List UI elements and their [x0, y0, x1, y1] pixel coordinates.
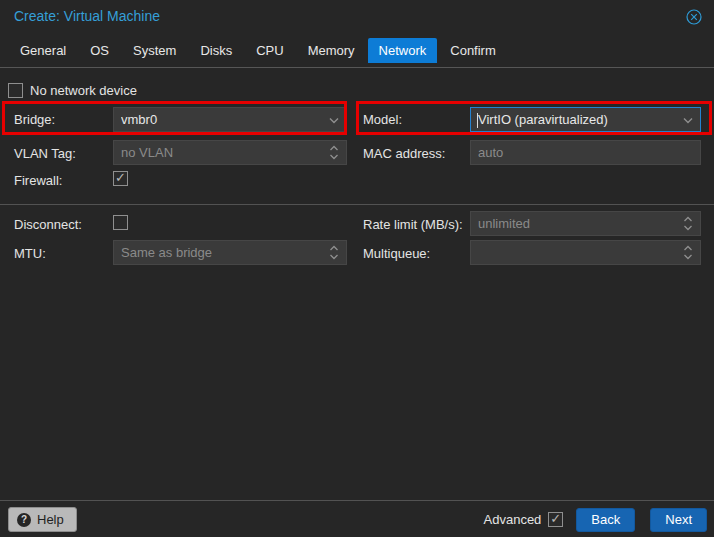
help-button-label: Help: [37, 512, 64, 527]
tabbar-divider: [0, 67, 714, 68]
mtu-spinner[interactable]: [113, 240, 347, 265]
rate-limit-label: Rate limit (MB/s):: [363, 217, 463, 232]
multiqueue-spinner[interactable]: [470, 240, 701, 265]
mtu-label: MTU:: [14, 246, 46, 261]
firewall-checkbox[interactable]: [113, 171, 128, 186]
mtu-spinner-icons[interactable]: [326, 241, 342, 264]
firewall-label: Firewall:: [14, 173, 62, 188]
bridge-combobox[interactable]: [113, 107, 347, 132]
rate-limit-spinner[interactable]: [470, 211, 701, 236]
dialog-footer: ? Help Advanced Back Next: [0, 501, 714, 537]
mtu-input[interactable]: [114, 241, 346, 264]
tab-confirm[interactable]: Confirm: [439, 38, 507, 63]
next-button[interactable]: Next: [650, 508, 707, 532]
dialog-titlebar: Create: Virtual Machine: [0, 0, 714, 34]
model-input[interactable]: [471, 108, 700, 131]
vlan-tag-input[interactable]: [114, 141, 346, 164]
no-network-device-checkbox[interactable]: [8, 83, 23, 98]
disconnect-checkbox[interactable]: [113, 215, 128, 230]
tab-disks[interactable]: Disks: [189, 38, 243, 63]
rate-limit-input[interactable]: [471, 212, 700, 235]
mac-address-label: MAC address:: [363, 146, 445, 161]
close-icon[interactable]: [686, 9, 702, 25]
advanced-checkbox[interactable]: [548, 512, 563, 527]
multiqueue-input[interactable]: [471, 241, 700, 264]
dialog-title: Create: Virtual Machine: [14, 8, 160, 24]
disconnect-label: Disconnect:: [14, 217, 82, 232]
vlan-tag-label: VLAN Tag:: [14, 146, 76, 161]
bridge-chevron-down-icon[interactable]: [326, 108, 342, 131]
model-chevron-down-icon[interactable]: [680, 108, 696, 131]
section-divider: [0, 204, 714, 205]
tab-general[interactable]: General: [9, 38, 77, 63]
vlan-tag-spinner-icons[interactable]: [326, 141, 342, 164]
multiqueue-spinner-icons[interactable]: [680, 241, 696, 264]
no-network-device-row: No network device: [8, 83, 137, 98]
footer-actions: Advanced Back Next: [484, 507, 707, 532]
no-network-device-label: No network device: [30, 83, 137, 98]
rate-limit-spinner-icons[interactable]: [680, 212, 696, 235]
bridge-label: Bridge:: [14, 112, 55, 127]
mac-address-input[interactable]: [471, 141, 700, 164]
create-vm-dialog: Create: Virtual Machine General OS Syste…: [0, 0, 714, 537]
help-icon: ?: [17, 513, 31, 527]
vlan-tag-spinner[interactable]: [113, 140, 347, 165]
bridge-input[interactable]: [114, 108, 346, 131]
mac-address-field[interactable]: [470, 140, 701, 165]
tab-network[interactable]: Network: [368, 38, 438, 63]
back-button[interactable]: Back: [576, 508, 635, 532]
tab-memory[interactable]: Memory: [297, 38, 366, 63]
multiqueue-label: Multiqueue:: [363, 246, 430, 261]
model-label: Model:: [363, 112, 402, 127]
advanced-label: Advanced: [484, 512, 542, 527]
tab-os[interactable]: OS: [79, 38, 120, 63]
wizard-tabbar: General OS System Disks CPU Memory Netwo…: [9, 38, 509, 66]
help-button[interactable]: ? Help: [8, 507, 77, 532]
model-combobox[interactable]: [470, 107, 701, 132]
tab-cpu[interactable]: CPU: [245, 38, 294, 63]
tab-system[interactable]: System: [122, 38, 187, 63]
